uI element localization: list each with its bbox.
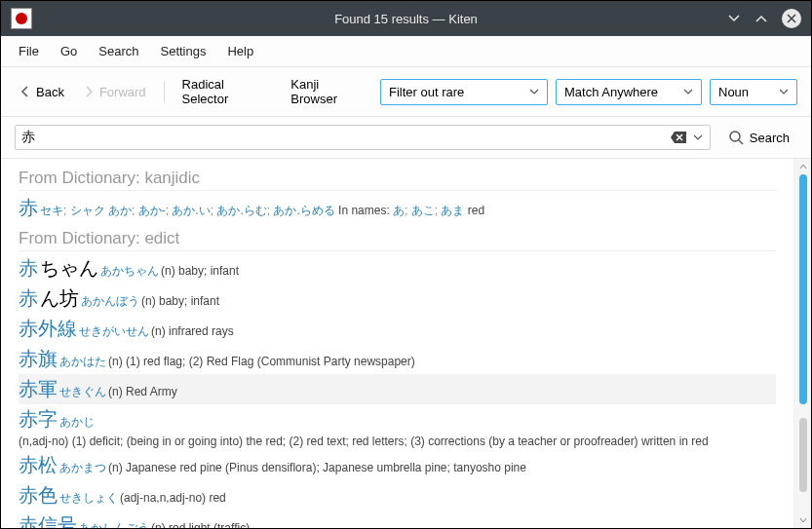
kanjidic-entry: 赤 セキ; シャク あか; あか-; あか.い; あか.らむ; あか.らめる I… (19, 193, 776, 223)
entry-definition: (n) red light (traffic) (151, 521, 250, 528)
back-button[interactable]: Back (15, 81, 70, 103)
toolbar: Back Forward Radical Selector Kanji Brow… (1, 67, 811, 117)
entry-reading[interactable]: せきぐん (59, 384, 106, 400)
clear-input-icon[interactable] (671, 132, 686, 143)
entry-reading[interactable]: あかじ (59, 414, 95, 431)
titlebar: Found 15 results — Kiten (1, 1, 811, 36)
dict-header-kanjidic: From Dictionary: kanjidic (19, 163, 776, 191)
entry-word-link[interactable]: 赤外線 (19, 316, 77, 342)
in-names-label: In names: (335, 204, 393, 217)
entry-definition: (n) Japanese red pine (Pinus densiflora)… (108, 461, 526, 474)
entry-reading[interactable]: あかしんごう (79, 520, 149, 528)
search-input[interactable] (21, 130, 671, 145)
scrollbar[interactable] (793, 159, 811, 528)
entry-word-link[interactable]: 赤軍 (19, 376, 58, 402)
separator (164, 81, 165, 102)
edict-entry: 赤ちゃん あかちゃん(n) baby; infant (19, 253, 776, 283)
match-label: Match Anywhere (564, 85, 658, 99)
menu-go[interactable]: Go (60, 44, 77, 58)
scroll-thumb[interactable] (799, 174, 807, 404)
menu-file[interactable]: File (19, 44, 39, 58)
menu-search[interactable]: Search (98, 44, 138, 58)
menubar: File Go Search Settings Help (1, 36, 811, 67)
edict-entry: 赤色 せきしょく(adj-na,n,adj-no) red (19, 480, 776, 510)
results-pane: From Dictionary: kanjidic 赤 セキ; シャク あか; … (1, 159, 793, 528)
scroll-down-icon[interactable] (799, 512, 807, 528)
reading-link[interactable]: あか.い (172, 204, 210, 217)
minimize-icon[interactable] (727, 12, 741, 25)
entry-word-link[interactable]: 赤 (19, 255, 38, 282)
entry-reading[interactable]: あかはた (59, 354, 106, 370)
chevron-down-icon (779, 88, 789, 95)
filter-dropdown[interactable]: Filter out rare (380, 79, 548, 105)
search-icon (728, 130, 744, 145)
search-button-label: Search (750, 131, 790, 145)
entry-reading[interactable]: あかちゃん (100, 263, 159, 280)
entry-word-link[interactable]: 赤字 (19, 406, 58, 433)
entry-word-plain: ちゃん (40, 255, 98, 282)
edict-entry: 赤旗 あかはた(n) (1) red flag; (2) Red Flag (C… (19, 344, 776, 374)
forward-label: Forward (99, 85, 146, 99)
entry-word-link[interactable]: 赤信号 (19, 512, 77, 528)
reading-link[interactable]: あか.らめる (273, 204, 334, 217)
pos-label: Noun (718, 85, 749, 99)
search-input-container[interactable] (15, 125, 711, 150)
svg-point-0 (730, 132, 740, 141)
reading-link[interactable]: あか.らむ (216, 204, 266, 217)
entry-definition: (n) baby; infant (161, 264, 239, 278)
chevron-right-icon (84, 86, 94, 97)
edict-entry: 赤信号 あかしんごう(n) red light (traffic) (19, 510, 776, 528)
scroll-track-remainder (799, 418, 807, 492)
entry-definition: (adj-na,n,adj-no) red (120, 491, 226, 505)
reading-link[interactable]: あ (393, 204, 405, 217)
chevron-down-icon[interactable] (692, 132, 704, 142)
entry-reading[interactable]: あかまつ (59, 460, 106, 476)
close-icon (787, 14, 796, 23)
pos-dropdown[interactable]: Noun (710, 79, 797, 105)
edict-entry: 赤字 あかじ(n,adj-no) (1) deficit; (being in … (19, 404, 776, 450)
entry-definition: (n) (1) red flag; (2) Red Flag (Communis… (108, 355, 415, 368)
app-icon (11, 8, 32, 29)
filter-label: Filter out rare (389, 85, 464, 99)
back-label: Back (36, 85, 64, 99)
reading-link[interactable]: あま (441, 204, 464, 217)
edict-entry: 赤松 あかまつ(n) Japanese red pine (Pinus dens… (19, 450, 776, 480)
reading-link[interactable]: あか (108, 204, 132, 217)
entry-word-plain: ん坊 (40, 285, 79, 312)
edict-entry: 赤ん坊 あかんぼう(n) baby; infant (19, 283, 776, 314)
reading-link[interactable]: シャク (70, 204, 105, 217)
entry-word-link[interactable]: 赤 (19, 285, 38, 312)
entry-word-link[interactable]: 赤色 (19, 482, 58, 509)
scroll-track[interactable] (794, 174, 811, 512)
entry-word-link[interactable]: 赤旗 (19, 346, 58, 372)
chevron-left-icon (20, 86, 30, 97)
match-dropdown[interactable]: Match Anywhere (556, 79, 702, 105)
entry-word-link[interactable]: 赤松 (19, 452, 58, 478)
entry-definition: (n) infrared rays (151, 324, 234, 338)
scroll-up-icon[interactable] (799, 159, 807, 174)
entry-meaning: red (464, 204, 484, 217)
reading-link[interactable]: あか- (138, 204, 166, 217)
maximize-icon[interactable] (754, 12, 768, 25)
reading-link[interactable]: セキ (40, 204, 63, 217)
entry-definition: (n,adj-no) (1) deficit; (being in or goi… (19, 435, 709, 448)
menu-settings[interactable]: Settings (161, 44, 207, 58)
forward-button: Forward (78, 81, 152, 103)
reading-link[interactable]: あこ (411, 204, 435, 217)
close-button[interactable] (782, 9, 801, 28)
entry-reading[interactable]: せきしょく (59, 490, 118, 507)
search-button[interactable]: Search (720, 126, 797, 149)
edict-entry: 赤外線 せきがいせん(n) infrared rays (19, 314, 776, 344)
window-title: Found 15 results — Kiten (334, 12, 478, 26)
dict-header-edict: From Dictionary: edict (19, 223, 776, 251)
searchbar: Search (1, 117, 811, 159)
entry-reading[interactable]: せきがいせん (79, 323, 149, 340)
entry-kanji[interactable]: 赤 (19, 195, 38, 221)
entry-definition: (n) Red Army (108, 385, 177, 398)
kanji-browser-button[interactable]: Kanji Browser (285, 73, 372, 110)
entry-definition: (n) baby; infant (141, 294, 219, 308)
radical-selector-button[interactable]: Radical Selector (176, 73, 278, 110)
entry-reading[interactable]: あかんぼう (81, 293, 139, 310)
menu-help[interactable]: Help (227, 44, 253, 58)
chevron-down-icon (529, 88, 539, 95)
